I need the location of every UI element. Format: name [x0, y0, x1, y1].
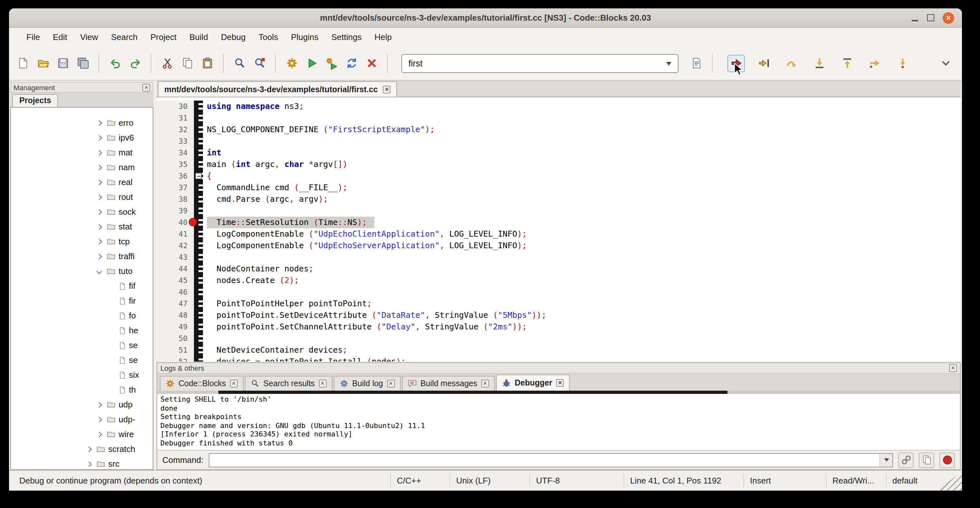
tree-item-fif[interactable]: fif	[11, 279, 153, 293]
chevron-expanded-icon[interactable]	[97, 269, 102, 274]
scrollbar-thumb[interactable]	[218, 391, 727, 394]
marker-margin[interactable]	[194, 252, 203, 263]
tree-item-fo[interactable]: fo	[11, 308, 153, 323]
chevron-collapsed-icon[interactable]	[97, 150, 102, 155]
logs-hscrollbar[interactable]	[157, 391, 960, 394]
marker-margin[interactable]	[194, 321, 203, 333]
marker-margin[interactable]	[194, 147, 203, 159]
menu-tools[interactable]: Tools	[253, 30, 284, 45]
line-number[interactable]: 39	[157, 205, 194, 217]
marker-margin[interactable]	[194, 309, 203, 321]
chevron-collapsed-icon[interactable]	[97, 120, 102, 126]
tab-close-icon[interactable]	[556, 379, 564, 387]
tab-close-icon[interactable]	[318, 380, 326, 387]
tree-item-scratch[interactable]: scratch	[11, 442, 153, 456]
rebuild-button[interactable]	[343, 54, 360, 72]
redo-button[interactable]	[126, 54, 144, 72]
marker-margin[interactable]	[194, 170, 203, 182]
line-number[interactable]: 36	[157, 170, 194, 182]
chevron-collapsed-icon[interactable]	[97, 432, 102, 437]
line-number[interactable]: 52	[157, 356, 194, 361]
open-file-button[interactable]	[34, 54, 51, 72]
minimize-button[interactable]	[911, 14, 919, 22]
tree-item-fir[interactable]: fir	[11, 293, 153, 308]
copy-button[interactable]	[919, 452, 934, 468]
chevron-collapsed-icon[interactable]	[97, 417, 102, 422]
marker-margin[interactable]	[194, 205, 203, 217]
line-number[interactable]: 38	[157, 193, 194, 205]
logs-tab-build-log[interactable]: Build log	[333, 376, 401, 391]
logs-close-icon[interactable]	[949, 364, 957, 372]
management-close-icon[interactable]	[142, 83, 150, 91]
tree-item-mat[interactable]: mat	[11, 145, 153, 160]
marker-margin[interactable]	[194, 275, 203, 286]
debug-continue-button[interactable]	[727, 54, 745, 72]
marker-margin[interactable]	[194, 193, 203, 205]
chevron-collapsed-icon[interactable]	[97, 402, 102, 408]
chevron-collapsed-icon[interactable]	[97, 224, 102, 229]
logs-tab-debugger[interactable]: Debugger	[496, 374, 570, 391]
code-editor[interactable]: 30using namespace ns3;3132NS_LOG_COMPONE…	[157, 97, 961, 361]
tree-item-se[interactable]: se	[11, 353, 153, 368]
tree-item-stat[interactable]: stat	[11, 219, 153, 234]
line-number[interactable]: 37	[157, 182, 194, 193]
marker-margin[interactable]	[194, 112, 203, 124]
fold-collapse-icon[interactable]	[195, 173, 202, 179]
line-number[interactable]: 47	[157, 298, 194, 309]
close-button[interactable]	[943, 12, 954, 24]
chevron-collapsed-icon[interactable]	[97, 209, 102, 215]
marker-margin[interactable]	[194, 356, 203, 361]
menu-build[interactable]: Build	[184, 30, 214, 45]
editor-tab-first-cc[interactable]: mnt/dev/tools/source/ns-3-dev/examples/t…	[158, 81, 397, 97]
undo-button[interactable]	[106, 54, 124, 72]
line-number[interactable]: 42	[157, 240, 194, 252]
marker-margin[interactable]	[194, 263, 203, 275]
line-number[interactable]: 30	[157, 100, 194, 112]
attach-button[interactable]	[898, 452, 914, 468]
editor-tab-close-icon[interactable]	[383, 85, 391, 93]
tree-item-rout[interactable]: rout	[11, 190, 153, 204]
tree-item-wire[interactable]: wire	[11, 427, 153, 442]
chevron-collapsed-icon[interactable]	[86, 446, 92, 452]
command-dropdown-icon[interactable]	[880, 454, 892, 467]
marker-margin[interactable]	[194, 228, 203, 240]
line-number[interactable]: 35	[157, 159, 194, 170]
line-number[interactable]: 50	[157, 333, 194, 344]
chevron-collapsed-icon[interactable]	[97, 194, 102, 200]
tab-close-icon[interactable]	[387, 380, 395, 387]
tree-item-src[interactable]: src	[11, 456, 153, 470]
line-number[interactable]: 51	[157, 344, 194, 356]
tree-item-sock[interactable]: sock	[11, 204, 153, 219]
menu-file[interactable]: File	[21, 30, 46, 45]
menu-project[interactable]: Project	[145, 30, 182, 45]
chevron-collapsed-icon[interactable]	[97, 165, 102, 170]
find-in-files-button[interactable]	[251, 54, 268, 72]
menu-view[interactable]: View	[75, 30, 104, 45]
chevron-collapsed-icon[interactable]	[97, 135, 102, 140]
tree-item-tuto[interactable]: tuto	[11, 264, 153, 279]
marker-margin[interactable]	[194, 333, 203, 344]
line-number[interactable]: 49	[157, 321, 194, 333]
toolbar-overflow-button[interactable]	[937, 54, 954, 72]
chevron-collapsed-icon[interactable]	[97, 239, 102, 244]
breakpoint-marker[interactable]	[189, 218, 197, 226]
run-button[interactable]	[303, 54, 320, 72]
resize-grip[interactable]	[937, 471, 962, 490]
line-number[interactable]: 34	[157, 147, 194, 159]
tree-item-six[interactable]: six	[11, 368, 153, 382]
logs-tab-search-results[interactable]: Search results	[245, 376, 332, 391]
find-button[interactable]	[231, 54, 248, 72]
chevron-collapsed-icon[interactable]	[97, 180, 102, 185]
line-number[interactable]: 46	[157, 286, 194, 298]
command-input[interactable]	[208, 453, 893, 467]
line-number[interactable]: 40	[157, 217, 194, 228]
line-number[interactable]: 48	[157, 309, 194, 321]
line-number[interactable]: 33	[157, 135, 194, 147]
titlebar[interactable]: mnt/dev/tools/source/ns-3-dev/examples/t…	[9, 8, 962, 28]
tree-item-nam[interactable]: nam	[11, 160, 153, 175]
build-and-run-button[interactable]	[323, 54, 340, 72]
abort-build-button[interactable]	[363, 54, 380, 72]
tab-close-icon[interactable]	[481, 380, 489, 387]
menu-plugins[interactable]: Plugins	[285, 30, 324, 45]
tree-item-traffi[interactable]: traffi	[11, 249, 153, 264]
